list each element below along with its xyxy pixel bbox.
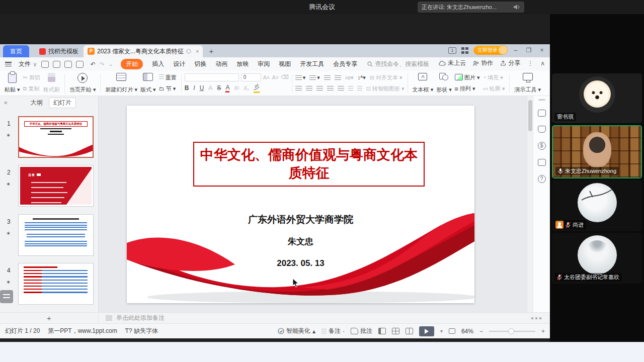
menu-insert[interactable]: 插入 (152, 60, 164, 68)
help-icon[interactable]: ? (538, 175, 546, 183)
column-icon[interactable] (348, 86, 353, 91)
play-options-caret[interactable]: ▾ (440, 328, 443, 334)
slideshow-play-button[interactable] (419, 326, 434, 336)
increase-indent-icon[interactable] (335, 75, 341, 80)
notes-more-icon[interactable]: ●●● (531, 315, 543, 321)
redo-icon[interactable]: ↷ (100, 61, 105, 68)
text-direction-icon[interactable]: ᴀʙ▾ (345, 74, 354, 81)
menu-review[interactable]: 审阅 (258, 60, 270, 68)
align-text-button[interactable]: ⊟ 对齐文本 ▾ (370, 74, 403, 81)
font-family-select[interactable] (185, 73, 239, 81)
file-menu-caret[interactable]: ∨ (33, 61, 37, 68)
font-color-button[interactable]: A (225, 84, 229, 93)
split-view-icon[interactable]: 1 (448, 47, 456, 54)
file-menu[interactable]: 文件 (19, 60, 31, 68)
participant-tile[interactable]: 雷书琪 (552, 73, 642, 123)
strike-button[interactable]: S (217, 84, 221, 92)
justify-icon[interactable] (327, 86, 334, 91)
slide-pane-icon[interactable] (538, 110, 546, 117)
align-left-icon[interactable] (295, 86, 302, 91)
command-search[interactable]: 查找命令、搜索模板 (367, 60, 429, 68)
menu-transition[interactable]: 切换 (194, 60, 206, 68)
tab-close-icon[interactable]: × (196, 48, 199, 54)
zoom-slider-knob[interactable] (508, 328, 514, 334)
new-tab-button[interactable]: + (209, 47, 213, 55)
slide-editor[interactable]: 中华文化、儒商价值观与粤商文化本质特征 广东外语外贸大学商学院 朱文忠 2023… (127, 106, 474, 303)
print-icon[interactable] (64, 61, 72, 68)
collaborate-button[interactable]: 协作 (473, 59, 493, 67)
slide-thumbnail-1[interactable]: 中华文化、儒商价值观与粤商文化本质特征 (18, 116, 94, 158)
layout-button[interactable]: 版式 ▾ (139, 72, 157, 94)
notes-toggle-button[interactable]: 备注 · (321, 327, 345, 335)
menu-devtools[interactable]: 开发工具 (300, 60, 324, 68)
tab-docer-templates[interactable]: 找稻壳模板 (34, 45, 84, 57)
menu-slideshow[interactable]: 放映 (236, 60, 249, 68)
screen-record-icon[interactable] (538, 159, 546, 166)
slide-thumbnail-3[interactable] (18, 214, 94, 256)
fit-page-icon[interactable] (449, 328, 455, 334)
share-button[interactable]: 分享 (500, 59, 520, 67)
zoom-minus[interactable]: − (479, 328, 483, 335)
menu-start[interactable]: 开始 (121, 59, 143, 69)
normal-view-icon[interactable] (378, 328, 386, 334)
zoom-plus[interactable]: + (541, 328, 545, 335)
apps-grid-icon[interactable] (461, 47, 468, 54)
participant-tile[interactable]: 太谷团委副书记常嘉欣 (552, 233, 642, 284)
export-icon[interactable] (53, 61, 60, 68)
bold-button[interactable]: B (185, 84, 189, 92)
subscript-button[interactable]: X₂ (244, 85, 249, 91)
distribute-icon[interactable] (338, 86, 344, 91)
paragraph-more-icon[interactable] (357, 86, 362, 91)
zoom-level[interactable]: 64% (461, 328, 473, 335)
underline-button[interactable]: U (200, 84, 204, 92)
format-painter-button[interactable]: 格式刷 (42, 72, 61, 94)
hamburger-icon[interactable] (5, 62, 12, 66)
line-spacing-icon[interactable]: ↕ᴬ▾ (358, 74, 366, 81)
menu-member[interactable]: 会员专享 (333, 60, 357, 68)
to-smartart-button[interactable]: ⊡ 转智能图形 ▾ (366, 85, 405, 93)
print-preview-icon[interactable] (76, 61, 84, 68)
missing-font-warning[interactable]: Ƭ? 缺失字体 (125, 327, 158, 335)
menu-design[interactable]: 设计 (173, 60, 185, 68)
vertical-scrollbar[interactable] (527, 96, 533, 312)
coupon-icon[interactable]: $ (538, 142, 546, 150)
notes-placeholder[interactable]: 单击此处添加备注 (116, 314, 165, 322)
panel-drag-handle[interactable] (538, 99, 545, 101)
add-slide-button[interactable]: + (0, 314, 99, 322)
italic-button[interactable]: I (193, 84, 195, 92)
close-button[interactable]: × (538, 47, 546, 54)
collapse-ribbon-icon[interactable]: ∧ (540, 60, 545, 67)
quickbar-caret[interactable]: ⌄ (109, 61, 113, 67)
section-button[interactable]: 🗀 节 ▾ (159, 85, 177, 93)
more-menu-icon[interactable]: ⋮ (527, 60, 533, 67)
shapes-button[interactable]: 形状 ▾ (435, 72, 453, 94)
save-icon[interactable] (41, 61, 49, 68)
clear-format-icon[interactable]: ⌫ (281, 74, 289, 80)
arrange-button[interactable]: ⧈ 排列 ▾ (455, 85, 480, 93)
speaking-indicator[interactable]: 正在讲话: 朱文忠Zhuwenzho... (418, 2, 524, 13)
cut-button[interactable]: ✂ 剪切 (23, 74, 40, 81)
template-store-icon[interactable] (538, 126, 546, 133)
number-list-icon[interactable] (309, 75, 316, 80)
restore-button[interactable]: ❐ (525, 47, 533, 54)
undo-icon[interactable]: ↶ (91, 61, 96, 68)
comment-button[interactable]: 批注 (351, 327, 372, 335)
increase-font-icon[interactable]: A˄ (263, 74, 270, 80)
slide-canvas[interactable]: 中华文化、儒商价值观与粤商文化本质特征 广东外语外贸大学商学院 朱文忠 2023… (99, 96, 527, 312)
superscript-button[interactable]: X² (234, 85, 239, 91)
fill-button[interactable]: ◔ 填充 ▾ (482, 74, 505, 81)
zoom-slider[interactable] (489, 331, 535, 332)
reset-button[interactable]: 重置 (159, 74, 177, 81)
copy-button[interactable]: ⧉ 复制 (23, 85, 40, 93)
slides-tab[interactable]: 幻灯片 (49, 98, 76, 108)
participant-tile-active-speaker[interactable]: 朱文忠Zhuwenzhong (552, 125, 642, 178)
align-center-icon[interactable] (306, 86, 312, 91)
minimize-button[interactable]: – (512, 47, 520, 54)
picture-button[interactable]: 图片 ▾ (455, 74, 480, 81)
login-button[interactable]: 立即登录 (473, 46, 507, 55)
tab-document[interactable]: P 2023 儒家文...粤商文化本质特征 × (84, 45, 203, 57)
menu-view[interactable]: 视图 (279, 60, 291, 68)
slide-thumbnail-4[interactable] (18, 263, 94, 305)
reading-view-icon[interactable] (406, 328, 413, 334)
menu-animation[interactable]: 动画 (215, 60, 227, 68)
